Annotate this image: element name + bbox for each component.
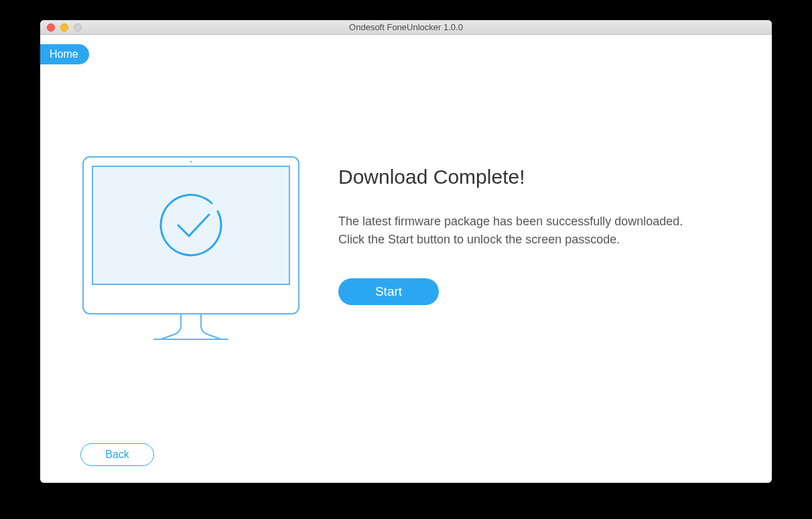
back-button[interactable]: Back: [80, 443, 154, 466]
window-title: Ondesoft FoneUnlocker 1.0.0: [40, 22, 772, 32]
start-button[interactable]: Start: [338, 278, 439, 305]
svg-rect-2: [92, 166, 289, 284]
home-tab[interactable]: Home: [40, 44, 89, 64]
text-area: Download Complete! The latest firmware p…: [338, 149, 732, 305]
description-line-1: The latest firmware package has been suc…: [338, 215, 683, 228]
page-title: Download Complete!: [338, 166, 732, 188]
app-window: Ondesoft FoneUnlocker 1.0.0 Home: [40, 20, 772, 483]
maximize-window-button: [74, 23, 82, 32]
traffic-lights: [40, 23, 82, 32]
monitor-checkmark-illustration: [80, 154, 301, 345]
close-window-button[interactable]: [47, 23, 55, 32]
svg-point-1: [190, 161, 192, 162]
description-text: The latest firmware package has been suc…: [338, 213, 732, 249]
titlebar: Ondesoft FoneUnlocker 1.0.0: [40, 20, 772, 35]
main-area: Download Complete! The latest firmware p…: [40, 35, 772, 345]
content-area: Home: [40, 35, 772, 483]
minimize-window-button[interactable]: [60, 23, 68, 32]
description-line-2: Click the Start button to unlock the scr…: [338, 233, 620, 246]
